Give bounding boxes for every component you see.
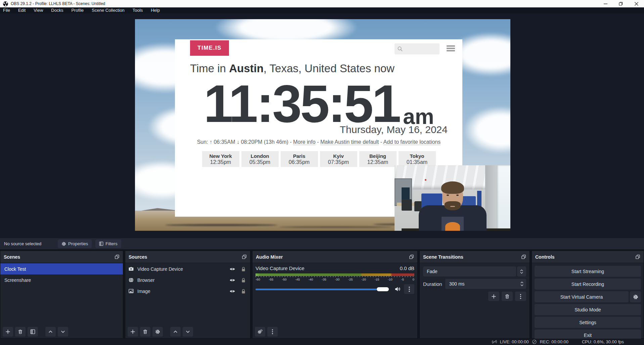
volume-slider[interactable] — [256, 287, 392, 292]
shirt-graphic — [445, 222, 460, 231]
plus-icon — [130, 329, 135, 334]
mixer-channel-menu-button[interactable] — [404, 284, 414, 294]
start-streaming-button[interactable]: Start Streaming — [535, 266, 641, 277]
obs-window: OBS 29.1.2 - Profile: LLHLS BETA - Scene… — [0, 0, 644, 345]
lock-icon[interactable] — [241, 289, 246, 294]
visibility-eye-icon[interactable] — [229, 288, 235, 294]
start-virtual-camera-button[interactable]: Start Virtual Camera — [535, 291, 629, 302]
chevron-down-icon — [60, 329, 65, 334]
menu-tools[interactable]: Tools — [129, 7, 147, 13]
status-bar: LIVE: 00:00:00 REC: 00:00:00 CPU: 0.6%, … — [0, 339, 644, 345]
scenes-panel-header[interactable]: Scenes — [0, 251, 123, 263]
menu-profile[interactable]: Profile — [67, 7, 88, 13]
menu-edit[interactable]: Edit — [14, 7, 30, 13]
gear-icon — [61, 242, 66, 246]
trash-icon — [505, 294, 510, 299]
chevron-down-icon — [185, 329, 190, 334]
minimize-button[interactable] — [598, 0, 613, 7]
scene-item-screenshare[interactable]: Screenshare — [0, 274, 123, 286]
scene-item-clock-test[interactable]: Clock Test — [0, 263, 123, 274]
city-tile: London05:35pm — [241, 151, 279, 167]
dots-vertical-icon — [518, 294, 523, 299]
popout-icon[interactable] — [635, 254, 640, 259]
remove-scene-button[interactable] — [15, 327, 26, 337]
make-default-link: Make Austin time default — [320, 139, 379, 145]
sources-panel-header[interactable]: Sources — [125, 251, 250, 263]
menu-bar: File Edit View Docks Profile Scene Colle… — [0, 7, 644, 13]
duration-label: Duration — [423, 281, 442, 287]
popout-icon[interactable] — [409, 254, 414, 259]
transition-select[interactable]: Fade — [423, 266, 516, 276]
advanced-audio-button[interactable] — [255, 327, 265, 337]
person-mouth — [450, 206, 455, 207]
dock-area: Scenes Clock Test Screenshare Sources — [0, 249, 644, 339]
scene-transitions-panel: Scene Transitions Fade Duration — [419, 251, 530, 339]
menu-file[interactable]: File — [0, 7, 14, 13]
scene-filters-button[interactable] — [28, 327, 38, 337]
volume-slider-handle[interactable] — [377, 287, 389, 291]
remove-source-button[interactable] — [140, 327, 150, 337]
menu-docks[interactable]: Docks — [47, 7, 67, 13]
controls-header[interactable]: Controls — [532, 251, 644, 263]
transition-select-arrows[interactable] — [517, 266, 526, 276]
current-date: Thursday, May 16, 2024 — [340, 124, 448, 135]
more-info-link: More info — [293, 139, 316, 145]
webcam-source-video[interactable] — [395, 165, 510, 231]
restore-button[interactable] — [613, 0, 629, 7]
mixer-level-db: 0.0 dB — [400, 265, 414, 271]
remove-transition-button[interactable] — [502, 292, 513, 301]
image-icon — [128, 288, 134, 294]
move-scene-down-button[interactable] — [58, 327, 68, 337]
source-item-browser[interactable]: Browser — [125, 274, 250, 286]
move-source-down-button[interactable] — [183, 327, 193, 337]
record-inactive-icon — [532, 339, 537, 344]
audio-mixer-header[interactable]: Audio Mixer — [252, 251, 417, 263]
scene-transitions-header[interactable]: Scene Transitions — [420, 251, 530, 263]
chevron-up-icon — [520, 282, 523, 284]
popout-icon[interactable] — [114, 254, 120, 259]
filter-icon — [99, 242, 103, 246]
start-recording-button[interactable]: Start Recording — [535, 278, 641, 290]
preview-canvas[interactable]: TIME.IS Time in Austin, Texas, United St… — [0, 13, 644, 238]
add-transition-button[interactable] — [488, 292, 499, 301]
menu-scene-collection[interactable]: Scene Collection — [88, 7, 129, 13]
speaker-icon[interactable] — [395, 286, 401, 292]
visibility-eye-icon[interactable] — [229, 266, 235, 272]
lock-icon[interactable] — [241, 277, 246, 283]
chevron-down-icon — [520, 272, 523, 274]
title-bar[interactable]: OBS 29.1.2 - Profile: LLHLS BETA - Scene… — [0, 0, 644, 7]
source-properties-button[interactable] — [152, 327, 163, 337]
volume-meter-ticks — [256, 276, 414, 277]
properties-button[interactable]: Properties — [58, 240, 92, 248]
source-item-image[interactable]: Image — [125, 286, 250, 297]
move-scene-up-button[interactable] — [45, 327, 56, 337]
menu-view[interactable]: View — [30, 7, 47, 13]
menu-help[interactable]: Help — [147, 7, 164, 13]
sun-info-line: Sun: ↑ 06:35AM ↓ 08:20PM (13h 46m) - Mor… — [190, 139, 448, 145]
mixer-menu-button[interactable] — [267, 327, 278, 337]
gear-icon — [155, 329, 160, 334]
transition-menu-button[interactable] — [515, 292, 526, 301]
settings-button[interactable]: Settings — [535, 317, 641, 328]
filters-button[interactable]: Filters — [95, 240, 121, 248]
source-context-toolbar: No source selected Properties Filters — [0, 238, 644, 249]
popout-icon[interactable] — [242, 254, 247, 259]
close-button[interactable] — [629, 0, 644, 7]
studio-mode-button[interactable]: Studio Mode — [535, 304, 641, 315]
popout-icon[interactable] — [521, 254, 526, 259]
audio-mixer-panel: Audio Mixer Video Capture Device 0.0 dB … — [252, 251, 418, 339]
lock-icon[interactable] — [241, 266, 246, 272]
browser-source-video[interactable]: TIME.IS Time in Austin, Texas, United St… — [135, 19, 510, 231]
add-scene-button[interactable] — [3, 327, 13, 337]
add-source-button[interactable] — [128, 327, 138, 337]
duration-spinbox[interactable]: 300 ms — [445, 279, 526, 289]
virtual-camera-settings-button[interactable] — [630, 291, 641, 302]
chevron-up-icon — [520, 269, 523, 271]
timeis-logo: TIME.IS — [190, 40, 229, 56]
source-item-video-capture[interactable]: Video Capture Device — [125, 263, 250, 274]
favorite-locations-link: Add to favorite locations — [383, 139, 441, 145]
office-window — [497, 165, 510, 231]
duration-spin-arrows[interactable] — [520, 279, 523, 289]
visibility-eye-icon[interactable] — [229, 277, 235, 283]
move-source-up-button[interactable] — [170, 327, 181, 337]
